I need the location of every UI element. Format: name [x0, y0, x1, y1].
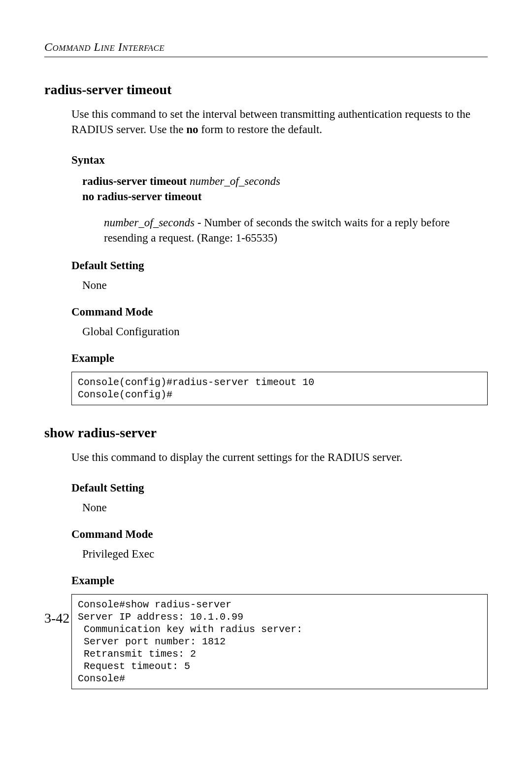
- command-title-radius-server-timeout: radius-server timeout: [44, 82, 488, 98]
- syntax-cmd-1: radius-server timeout: [82, 175, 190, 187]
- syntax-line-1: radius-server timeout number_of_seconds: [82, 174, 488, 189]
- default-heading-1: Default Setting: [71, 259, 488, 272]
- page-container: Command Line Interface radius-server tim…: [0, 0, 532, 689]
- example-code-1: Console(config)#radius-server timeout 10…: [71, 372, 488, 405]
- command2-body: Use this command to display the current …: [71, 450, 488, 689]
- command2-description: Use this command to display the current …: [71, 450, 488, 465]
- default-heading-2: Default Setting: [71, 482, 488, 494]
- default-value-2: None: [82, 501, 488, 514]
- mode-heading-2: Command Mode: [71, 528, 488, 541]
- mode-section-1: Command Mode Global Configuration: [71, 306, 488, 338]
- syntax-line-2: no radius-server timeout: [82, 189, 488, 204]
- example-heading-1: Example: [71, 352, 488, 365]
- syntax-param-1: number_of_seconds: [190, 175, 280, 187]
- default-section-1: Default Setting None: [71, 259, 488, 292]
- page-number: 3-42: [44, 610, 69, 626]
- mode-value-1: Global Configuration: [82, 325, 488, 338]
- default-value-1: None: [82, 279, 488, 292]
- syntax-heading: Syntax: [71, 154, 488, 167]
- example-code-2: Console#show radius-server Server IP add…: [71, 594, 488, 689]
- param-name: number_of_seconds: [104, 216, 195, 229]
- mode-value-2: Privileged Exec: [82, 548, 488, 561]
- example-section-2: Example Console#show radius-server Serve…: [71, 574, 488, 689]
- syntax-section: Syntax radius-server timeout number_of_s…: [71, 154, 488, 246]
- header-rule: [44, 57, 488, 57]
- running-head: Command Line Interface: [44, 40, 488, 54]
- command-title-show-radius-server: show radius-server: [44, 425, 488, 441]
- desc-text-c: form to restore the default.: [198, 123, 322, 136]
- command1-description: Use this command to set the interval bet…: [71, 106, 488, 137]
- mode-section-2: Command Mode Privileged Exec: [71, 528, 488, 561]
- param-description: number_of_seconds - Number of seconds th…: [104, 215, 488, 246]
- mode-heading-1: Command Mode: [71, 306, 488, 318]
- default-section-2: Default Setting None: [71, 482, 488, 514]
- example-section-1: Example Console(config)#radius-server ti…: [71, 352, 488, 405]
- command1-body: Use this command to set the interval bet…: [71, 106, 488, 405]
- desc-text-no: no: [186, 123, 198, 136]
- syntax-block: radius-server timeout number_of_seconds …: [82, 174, 488, 246]
- example-heading-2: Example: [71, 574, 488, 587]
